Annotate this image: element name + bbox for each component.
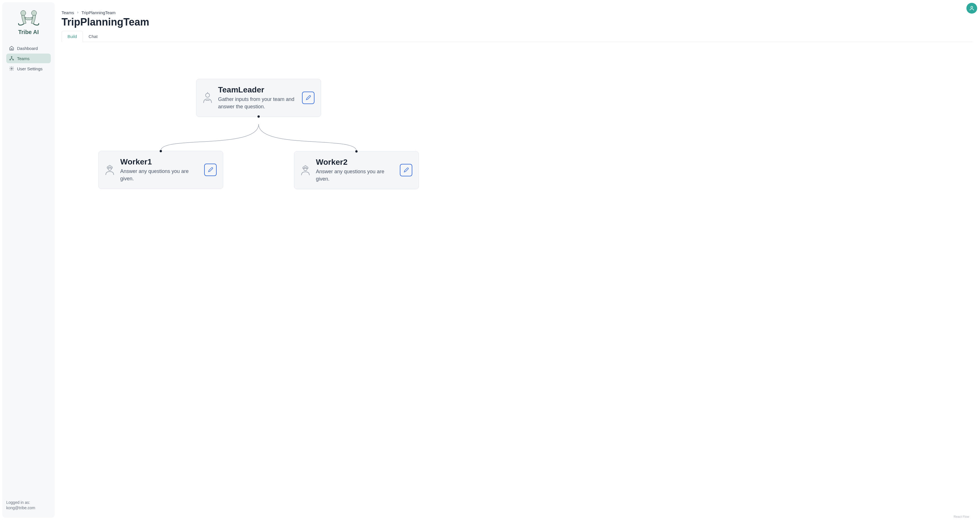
breadcrumb-current[interactable]: TripPlanningTeam	[81, 10, 115, 15]
flow-canvas[interactable]: TeamLeader Gather inputs from your team …	[62, 42, 972, 520]
worker-icon	[105, 164, 115, 175]
nav-label: Dashboard	[17, 46, 38, 51]
nav-user-settings[interactable]: User Settings	[6, 64, 51, 73]
handle-bottom[interactable]	[258, 115, 260, 118]
page-title: TripPlanningTeam	[62, 16, 972, 28]
svg-point-8	[108, 167, 111, 170]
svg-point-9	[304, 167, 307, 171]
logo: Tribe AI	[6, 9, 51, 35]
node-desc: Gather inputs from your team and answer …	[218, 95, 294, 110]
svg-point-6	[971, 6, 973, 8]
nav-label: Teams	[17, 56, 30, 61]
edit-button[interactable]	[400, 164, 412, 177]
logo-text: Tribe AI	[18, 29, 39, 35]
nav-dashboard[interactable]: Dashboard	[6, 43, 51, 53]
pencil-icon	[305, 95, 311, 101]
handle-top[interactable]	[355, 150, 358, 153]
tabs: Build Chat	[62, 31, 972, 42]
pencil-icon	[208, 167, 213, 173]
login-user: kong@tribe.com	[6, 505, 51, 511]
login-prefix: Logged in as:	[6, 500, 51, 506]
edit-button[interactable]	[302, 92, 315, 104]
node-title: Worker2	[316, 157, 394, 167]
svg-point-5	[11, 68, 13, 70]
user-icon	[969, 5, 975, 11]
attribution: React Flow	[954, 515, 969, 518]
tab-chat[interactable]: Chat	[83, 31, 103, 42]
node-team-leader[interactable]: TeamLeader Gather inputs from your team …	[196, 79, 321, 117]
gear-icon	[9, 66, 14, 71]
nav-label: User Settings	[17, 66, 43, 71]
node-body: Worker2 Answer any questions you are giv…	[316, 157, 394, 183]
org-icon	[9, 56, 14, 61]
breadcrumb-root[interactable]: Teams	[62, 10, 74, 15]
node-worker2[interactable]: Worker2 Answer any questions you are giv…	[294, 151, 419, 189]
nav-teams[interactable]: Teams	[6, 54, 51, 63]
logo-icon	[16, 9, 41, 27]
node-title: TeamLeader	[218, 85, 296, 94]
node-body: TeamLeader Gather inputs from your team …	[218, 85, 296, 110]
nav: Dashboard Teams User Settings	[6, 43, 51, 73]
svg-point-2	[11, 56, 12, 57]
main: Teams TripPlanningTeam TripPlanningTeam …	[57, 0, 980, 520]
pencil-icon	[403, 167, 409, 173]
node-body: Worker1 Answer any questions you are giv…	[120, 157, 199, 182]
leader-icon	[203, 92, 212, 103]
node-title: Worker1	[120, 157, 199, 167]
svg-point-0	[21, 11, 26, 16]
svg-point-7	[205, 93, 210, 97]
tab-build[interactable]: Build	[62, 31, 83, 42]
node-worker1[interactable]: Worker1 Answer any questions you are giv…	[99, 151, 223, 189]
login-info: Logged in as: kong@tribe.com	[6, 500, 51, 511]
breadcrumb: Teams TripPlanningTeam	[62, 10, 972, 15]
sidebar: Tribe AI Dashboard Teams	[2, 2, 55, 518]
worker-icon	[301, 164, 310, 176]
node-desc: Answer any questions you are given.	[316, 168, 393, 183]
chevron-right-icon	[76, 11, 79, 15]
home-icon	[9, 46, 14, 51]
node-desc: Answer any questions you are given.	[120, 168, 197, 182]
user-avatar[interactable]	[966, 3, 977, 14]
handle-top[interactable]	[160, 150, 162, 152]
edit-button[interactable]	[204, 164, 216, 176]
svg-point-1	[32, 11, 37, 16]
